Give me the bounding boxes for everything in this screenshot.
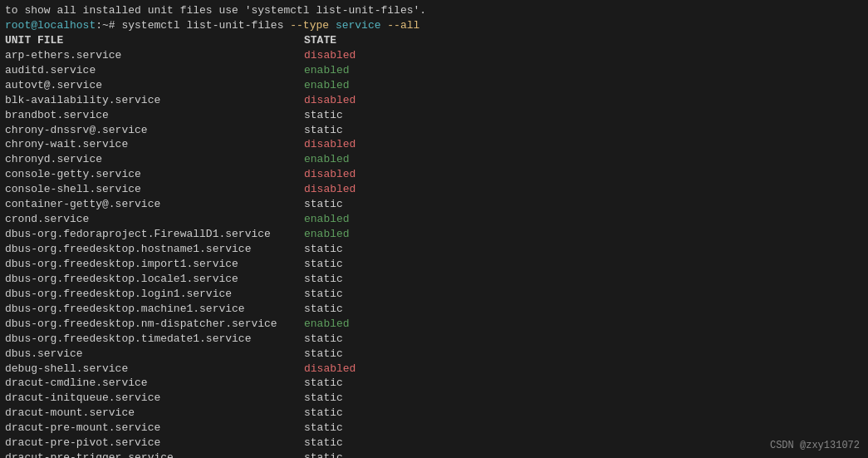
unit-name: dracut-mount.service <box>5 406 304 421</box>
unit-name: dbus-org.freedesktop.machine1.service <box>5 302 304 317</box>
table-row: dracut-pre-pivot.servicestatic <box>5 436 863 451</box>
unit-name: console-getty.service <box>5 167 304 182</box>
table-row: dbus-org.freedesktop.import1.servicestat… <box>5 257 863 272</box>
unit-name: dbus-org.freedesktop.timedate1.service <box>5 332 304 347</box>
unit-name: dracut-pre-trigger.service <box>5 451 304 458</box>
unit-state: enabled <box>304 78 350 93</box>
unit-state: static <box>304 108 343 123</box>
unit-state: static <box>304 347 343 362</box>
unit-name: brandbot.service <box>5 108 304 123</box>
unit-name: chronyd.service <box>5 152 304 167</box>
table-row: container-getty@.servicestatic <box>5 197 863 212</box>
unit-name: dbus-org.freedesktop.login1.service <box>5 287 304 302</box>
unit-name: blk-availability.service <box>5 93 304 108</box>
unit-name: dracut-pre-pivot.service <box>5 436 304 451</box>
table-row: dracut-pre-trigger.servicestatic <box>5 451 863 458</box>
table-row: dbus-org.freedesktop.timedate1.servicest… <box>5 332 863 347</box>
cmd-flag2: --all <box>387 18 419 33</box>
table-row: dbus-org.freedesktop.login1.servicestati… <box>5 287 863 302</box>
table-row: chrony-dnssrv@.servicestatic <box>5 123 863 138</box>
unit-name: dracut-cmdline.service <box>5 376 304 391</box>
table-row: dbus-org.freedesktop.nm-dispatcher.servi… <box>5 317 863 332</box>
unit-name: dracut-initqueue.service <box>5 391 304 406</box>
table-row: dbus-org.freedesktop.hostname1.servicest… <box>5 242 863 257</box>
cmd-val1: service <box>329 18 387 33</box>
unit-state: enabled <box>304 227 350 242</box>
unit-name: dbus-org.freedesktop.locale1.service <box>5 272 304 287</box>
table-row: dracut-pre-mount.servicestatic <box>5 421 863 436</box>
watermark: CSDN @zxy131072 <box>770 440 860 451</box>
unit-state: static <box>304 242 343 257</box>
table-row: console-getty.servicedisabled <box>5 167 863 182</box>
unit-name: dbus-org.freedesktop.import1.service <box>5 257 304 272</box>
table-row: autovt@.serviceenabled <box>5 78 863 93</box>
unit-name: arp-ethers.service <box>5 48 304 63</box>
unit-state: disabled <box>304 182 356 197</box>
unit-name: dbus-org.fedoraproject.FirewallD1.servic… <box>5 227 304 242</box>
unit-state: enabled <box>304 63 350 78</box>
terminal: to show all installed unit files use 'sy… <box>0 0 868 458</box>
table-row: auditd.serviceenabled <box>5 63 863 78</box>
unit-state: static <box>304 272 343 287</box>
cmd-flag1: --type <box>290 18 329 33</box>
table-rows: arp-ethers.servicedisabledauditd.service… <box>5 48 863 458</box>
table-row: brandbot.servicestatic <box>5 108 863 123</box>
unit-name: chrony-dnssrv@.service <box>5 123 304 138</box>
table-row: dracut-cmdline.servicestatic <box>5 376 863 391</box>
unit-state: enabled <box>304 317 350 332</box>
unit-state: static <box>304 436 343 451</box>
table-row: crond.serviceenabled <box>5 212 863 227</box>
table-row: blk-availability.servicedisabled <box>5 93 863 108</box>
unit-state: disabled <box>304 48 356 63</box>
table-row: chrony-wait.servicedisabled <box>5 137 863 152</box>
table-row: console-shell.servicedisabled <box>5 182 863 197</box>
unit-name: crond.service <box>5 212 304 227</box>
scroll-hint-line: to show all installed unit files use 'sy… <box>5 3 863 18</box>
table-row: dracut-mount.servicestatic <box>5 406 863 421</box>
unit-state: disabled <box>304 137 356 152</box>
unit-state: enabled <box>304 152 350 167</box>
unit-name: console-shell.service <box>5 182 304 197</box>
unit-name: dracut-pre-mount.service <box>5 421 304 436</box>
unit-state: static <box>304 421 343 436</box>
unit-state: disabled <box>304 167 356 182</box>
table-row: arp-ethers.servicedisabled <box>5 48 863 63</box>
unit-state: static <box>304 376 343 391</box>
table-row: dbus-org.fedoraproject.FirewallD1.servic… <box>5 227 863 242</box>
unit-state: static <box>304 406 343 421</box>
prompt-line: root@localhost:~# systemctl list-unit-fi… <box>5 18 863 33</box>
unit-state: disabled <box>304 93 356 108</box>
unit-col-header: UNIT FILE <box>5 33 304 48</box>
unit-state: static <box>304 257 343 272</box>
unit-name: chrony-wait.service <box>5 137 304 152</box>
unit-state: disabled <box>304 362 356 377</box>
table-row: dracut-initqueue.servicestatic <box>5 391 863 406</box>
unit-name: dbus-org.freedesktop.nm-dispatcher.servi… <box>5 317 304 332</box>
unit-state: static <box>304 391 343 406</box>
unit-state: static <box>304 287 343 302</box>
unit-state: static <box>304 332 343 347</box>
state-col-header: STATE <box>304 33 336 48</box>
table-row: chronyd.serviceenabled <box>5 152 863 167</box>
prompt-user: root@localhost <box>5 18 96 33</box>
table-row: dbus-org.freedesktop.locale1.servicestat… <box>5 272 863 287</box>
table-row: dbus-org.freedesktop.machine1.servicesta… <box>5 302 863 317</box>
unit-state: static <box>304 302 343 317</box>
unit-name: dbus-org.freedesktop.hostname1.service <box>5 242 304 257</box>
unit-state: static <box>304 123 343 138</box>
unit-name: container-getty@.service <box>5 197 304 212</box>
table-row: dbus.servicestatic <box>5 347 863 362</box>
unit-state: static <box>304 197 343 212</box>
unit-state: enabled <box>304 212 350 227</box>
unit-name: autovt@.service <box>5 78 304 93</box>
unit-name: debug-shell.service <box>5 362 304 377</box>
table-row: debug-shell.servicedisabled <box>5 362 863 377</box>
unit-state: static <box>304 451 343 458</box>
unit-name: auditd.service <box>5 63 304 78</box>
unit-name: dbus.service <box>5 347 304 362</box>
table-header: UNIT FILESTATE <box>5 33 863 48</box>
prompt-cmd: systemctl list-unit-files <box>115 18 291 33</box>
